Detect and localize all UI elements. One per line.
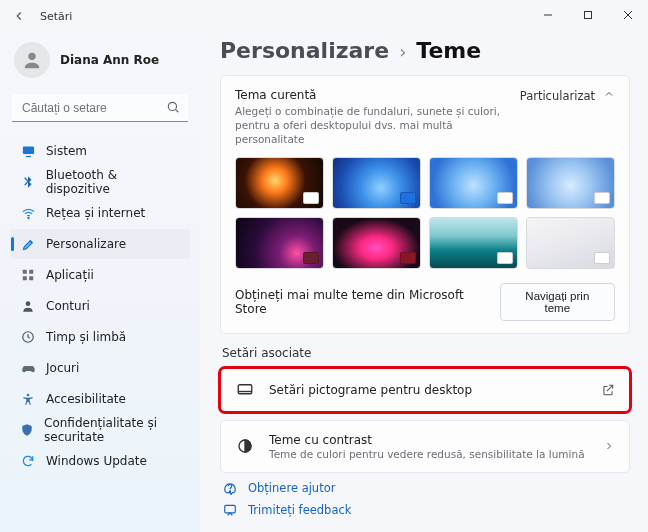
themes-grid — [235, 157, 615, 269]
svg-rect-7 — [22, 146, 33, 154]
page-title: Teme — [416, 38, 481, 63]
profile-name: Diana Ann Roe — [60, 53, 159, 67]
back-button[interactable] — [12, 9, 26, 23]
accessibility-icon — [20, 391, 36, 407]
sidebar-item-label: Bluetooth & dispozitive — [46, 168, 182, 196]
sidebar-item-accounts[interactable]: Conturi — [10, 291, 190, 321]
theme-thumbnail[interactable] — [429, 217, 518, 269]
accounts-icon — [20, 298, 36, 314]
help-icon — [222, 481, 238, 495]
personalize-icon — [20, 236, 36, 252]
store-text: Obțineți mai multe teme din Microsoft St… — [235, 288, 490, 316]
sidebar-item-time-language[interactable]: Timp și limbă — [10, 322, 190, 352]
sidebar-item-label: Rețea și internet — [46, 206, 145, 220]
theme-status[interactable]: Particularizat — [520, 88, 615, 103]
browse-themes-button[interactable]: Navigați prin teme — [500, 283, 615, 321]
svg-point-4 — [28, 53, 35, 60]
feedback-icon — [222, 503, 238, 517]
sidebar: Diana Ann Roe Sistem Bluetooth & dispozi… — [0, 32, 200, 532]
window-title: Setări — [40, 10, 72, 23]
related-settings-header: Setări asociate — [222, 346, 630, 360]
row-title: Setări pictograme pentru desktop — [269, 383, 472, 397]
open-external-icon — [601, 383, 615, 397]
sidebar-item-label: Aplicații — [46, 268, 94, 282]
footer-links: Obținere ajutor Trimiteți feedback — [220, 481, 630, 517]
sidebar-item-privacy[interactable]: Confidențialitate și securitate — [10, 415, 190, 445]
row-title: Teme cu contrast — [269, 433, 585, 447]
sidebar-item-accessibility[interactable]: Accesibilitate — [10, 384, 190, 414]
nav: Sistem Bluetooth & dispozitive Rețea și … — [10, 136, 190, 476]
main-content: Personalizare › Teme Tema curentă Alegeț… — [200, 32, 648, 532]
svg-rect-1 — [585, 12, 592, 19]
get-help-link[interactable]: Obținere ajutor — [222, 481, 630, 495]
clock-icon — [20, 329, 36, 345]
card-subtitle: Alegeți o combinație de fundaluri, sunet… — [235, 104, 510, 147]
chevron-up-icon — [603, 88, 615, 103]
card-title: Tema curentă — [235, 88, 510, 102]
sidebar-item-label: Personalizare — [46, 237, 126, 251]
maximize-button[interactable] — [568, 0, 608, 30]
sidebar-item-windows-update[interactable]: Windows Update — [10, 446, 190, 476]
svg-rect-17 — [238, 384, 252, 393]
profile[interactable]: Diana Ann Roe — [10, 36, 190, 88]
close-button[interactable] — [608, 0, 648, 30]
system-icon — [20, 143, 36, 159]
wifi-icon — [20, 205, 36, 221]
svg-rect-21 — [225, 505, 236, 513]
chevron-right-icon: › — [399, 41, 406, 62]
sidebar-item-network[interactable]: Rețea și internet — [10, 198, 190, 228]
sidebar-item-personalization[interactable]: Personalizare — [10, 229, 190, 259]
give-feedback-link[interactable]: Trimiteți feedback — [222, 503, 630, 517]
theme-status-label: Particularizat — [520, 89, 595, 103]
update-icon — [20, 453, 36, 469]
sidebar-item-label: Confidențialitate și securitate — [44, 416, 182, 444]
apps-icon — [20, 267, 36, 283]
theme-thumbnail[interactable] — [526, 217, 615, 269]
svg-point-20 — [229, 490, 230, 491]
sidebar-item-system[interactable]: Sistem — [10, 136, 190, 166]
svg-rect-10 — [23, 270, 27, 274]
search-input[interactable] — [12, 94, 188, 122]
chevron-right-icon — [603, 440, 615, 452]
bluetooth-icon — [20, 174, 36, 190]
link-label: Obținere ajutor — [248, 481, 335, 495]
sidebar-item-label: Timp și limbă — [46, 330, 126, 344]
sidebar-item-apps[interactable]: Aplicații — [10, 260, 190, 290]
desktop-icon — [235, 381, 255, 399]
shield-icon — [20, 422, 34, 438]
sidebar-item-label: Conturi — [46, 299, 90, 313]
svg-rect-13 — [29, 276, 33, 280]
svg-point-16 — [27, 394, 30, 397]
svg-point-14 — [26, 301, 31, 306]
window-controls — [528, 0, 648, 30]
contrast-icon — [235, 437, 255, 455]
sidebar-item-gaming[interactable]: Jocuri — [10, 353, 190, 383]
svg-rect-12 — [23, 276, 27, 280]
desktop-icon-settings-row[interactable]: Setări pictograme pentru desktop — [220, 368, 630, 412]
gaming-icon — [20, 360, 36, 376]
current-theme-card: Tema curentă Alegeți o combinație de fun… — [220, 75, 630, 334]
row-subtitle: Teme de culori pentru vedere redusă, sen… — [269, 448, 585, 460]
theme-thumbnail[interactable] — [235, 217, 324, 269]
search-icon — [166, 100, 180, 117]
theme-thumbnail[interactable] — [332, 157, 421, 209]
sidebar-item-bluetooth[interactable]: Bluetooth & dispozitive — [10, 167, 190, 197]
contrast-themes-row[interactable]: Teme cu contrast Teme de culori pentru v… — [220, 420, 630, 473]
theme-thumbnail[interactable] — [526, 157, 615, 209]
svg-point-5 — [168, 102, 176, 110]
sidebar-item-label: Jocuri — [46, 361, 79, 375]
theme-thumbnail[interactable] — [235, 157, 324, 209]
theme-thumbnail[interactable] — [332, 217, 421, 269]
svg-rect-11 — [29, 270, 33, 274]
breadcrumb-parent[interactable]: Personalizare — [220, 38, 389, 63]
svg-line-6 — [176, 110, 179, 113]
sidebar-item-label: Sistem — [46, 144, 87, 158]
minimize-button[interactable] — [528, 0, 568, 30]
theme-thumbnail[interactable] — [429, 157, 518, 209]
search-box — [12, 94, 188, 122]
breadcrumb: Personalizare › Teme — [220, 38, 630, 63]
sidebar-item-label: Windows Update — [46, 454, 147, 468]
link-label: Trimiteți feedback — [248, 503, 351, 517]
sidebar-item-label: Accesibilitate — [46, 392, 126, 406]
avatar — [14, 42, 50, 78]
